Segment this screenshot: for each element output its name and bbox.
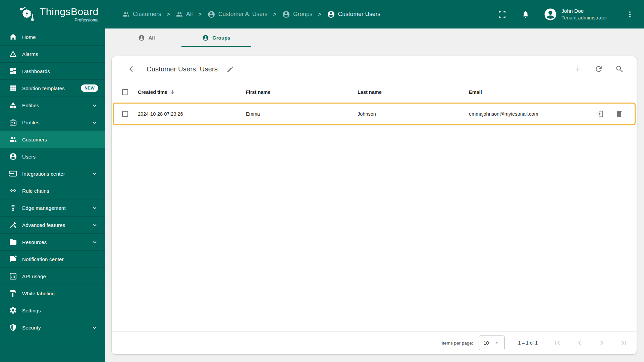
breadcrumb-label: Customers (133, 11, 161, 18)
add-user-button[interactable] (574, 65, 582, 73)
breadcrumb-label: All (186, 11, 193, 18)
bell-icon (521, 10, 530, 19)
sidebar-item-integrations-center[interactable]: Integrations center (0, 165, 105, 182)
notifications-button[interactable] (521, 10, 530, 19)
tab-groups[interactable]: Groups (181, 28, 251, 47)
sidebar-item-home[interactable]: Home (0, 28, 105, 46)
gear-icon (9, 306, 17, 314)
app-logo[interactable]: ThingsBoard Professional (0, 5, 105, 24)
sidebar-item-label: Settings (22, 308, 41, 313)
breadcrumb-item-customer-users[interactable]: Customer Users (327, 10, 380, 18)
sidebar-item-advanced-features[interactable]: Advanced features (0, 217, 105, 234)
account-circle-icon (282, 10, 290, 18)
chevron-down-icon (91, 119, 98, 126)
tab-label: All (148, 35, 155, 41)
kebab-icon (626, 10, 634, 18)
breadcrumb-item-all[interactable]: All (176, 11, 193, 18)
breadcrumb-separator: > (167, 11, 170, 17)
category-icon (9, 101, 17, 109)
account-circle-icon (202, 35, 209, 41)
chevron-left-icon (575, 339, 584, 347)
page-size-select[interactable]: 10 (479, 336, 505, 350)
sidebar-item-label: Advanced features (22, 222, 65, 228)
dropdown-arrow-icon (494, 340, 499, 346)
pencil-icon (226, 65, 234, 73)
table-row[interactable]: 2024-10-28 07:23:26 Emma Johnson emmajoh… (113, 103, 636, 125)
cell-email: emmajohnson@mytestmail.com (469, 111, 584, 117)
sidebar-item-settings[interactable]: Settings (0, 302, 105, 319)
users-panel: Customer Users: Users Creat (112, 56, 637, 354)
tab-all[interactable]: All (112, 28, 181, 47)
page-title: Customer Users: Users (147, 65, 218, 73)
sidebar-item-dashboards[interactable]: Dashboards (0, 63, 105, 80)
sidebar-item-customers[interactable]: Customers (0, 131, 105, 148)
next-page-button[interactable] (597, 339, 606, 347)
header-actions: John Doe Tenant administrator (498, 7, 644, 21)
user-info[interactable]: John Doe Tenant administrator (561, 8, 607, 21)
brand-name: ThingsBoard (40, 6, 99, 17)
sidebar-item-rule-chains[interactable]: Rule chains (0, 182, 105, 199)
sidebar-item-label: Users (22, 154, 36, 160)
settings-ethernet-icon (9, 187, 17, 195)
sidebar-item-entities[interactable]: Entities (0, 97, 105, 114)
page-size-value: 10 (484, 340, 489, 346)
chevron-down-icon (91, 102, 98, 109)
sidebar-item-security[interactable]: Security (0, 319, 105, 336)
sidebar-item-solution-templates[interactable]: Solution templates NEW (0, 80, 105, 97)
cell-last-name: Johnson (358, 111, 469, 117)
edit-title-button[interactable] (226, 65, 234, 73)
delete-user-button[interactable] (615, 110, 623, 118)
avatar-icon (543, 7, 557, 21)
refresh-button[interactable] (594, 65, 603, 73)
sidebar: Home Alarms Dashboards Solution template… (0, 28, 105, 362)
sidebar-item-profiles[interactable]: Profiles (0, 114, 105, 131)
fullscreen-button[interactable] (498, 10, 506, 19)
sidebar-item-api-usage[interactable]: API usage (0, 268, 105, 285)
input-icon (9, 170, 17, 178)
breadcrumb: Customers > All > Customer A: Users > Gr… (122, 10, 380, 18)
sidebar-item-white-labeling[interactable]: White labeling (0, 285, 105, 302)
last-page-button[interactable] (620, 339, 628, 347)
column-header-last-name[interactable]: Last name (358, 89, 469, 95)
user-avatar[interactable] (543, 7, 557, 21)
sidebar-item-label: Security (22, 325, 41, 330)
sidebar-item-users[interactable]: Users (0, 148, 105, 165)
dashboard-icon (9, 67, 17, 75)
breadcrumb-item-customer-a-users[interactable]: Customer A: Users (207, 10, 268, 18)
breadcrumb-label: Customer Users (338, 11, 380, 18)
pagination-nav (553, 339, 628, 347)
column-header-first-name[interactable]: First name (246, 89, 358, 95)
first-page-button[interactable] (553, 339, 562, 347)
previous-page-button[interactable] (575, 339, 584, 347)
sort-desc-icon[interactable] (169, 89, 175, 95)
cell-first-name: Emma (246, 111, 358, 117)
chevron-down-icon (91, 170, 98, 177)
breadcrumb-label: Customer A: Users (218, 11, 268, 18)
login-as-user-button[interactable] (595, 110, 604, 118)
pagination-bar: Items per page: 10 1 – 1 of 1 (112, 331, 637, 354)
sidebar-item-resources[interactable]: Resources (0, 234, 105, 251)
chevron-down-icon (91, 221, 98, 229)
apps-icon (9, 84, 17, 92)
last-page-icon (620, 339, 628, 347)
cell-created-time: 2024-10-28 07:23:26 (138, 111, 246, 117)
sidebar-item-label: Solution templates (22, 85, 65, 91)
sidebar-item-notification-center[interactable]: Notification center (0, 251, 105, 268)
column-header-email[interactable]: Email (469, 89, 586, 95)
row-checkbox[interactable] (122, 111, 128, 117)
back-button[interactable] (128, 65, 137, 73)
insert-chart-icon (9, 272, 17, 280)
user-name: John Doe (561, 8, 607, 14)
sidebar-item-edge-management[interactable]: Edge management (0, 199, 105, 217)
breadcrumb-item-groups[interactable]: Groups (282, 10, 312, 18)
column-header-created-time[interactable]: Created time (138, 89, 167, 95)
more-menu-button[interactable] (626, 10, 634, 18)
sidebar-item-label: Edge management (22, 205, 66, 211)
account-circle-icon (9, 153, 17, 161)
sidebar-item-alarms[interactable]: Alarms (0, 46, 105, 63)
breadcrumb-item-customers[interactable]: Customers (122, 11, 161, 18)
select-all-checkbox[interactable] (122, 89, 128, 95)
tab-bar: All Groups (112, 28, 251, 47)
search-button[interactable] (615, 65, 624, 73)
warning-icon (9, 50, 17, 58)
